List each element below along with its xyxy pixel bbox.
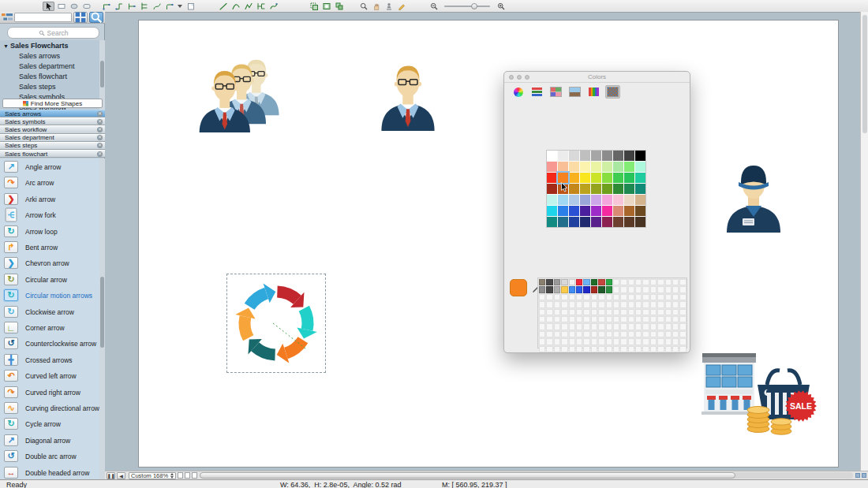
- color-well[interactable]: [606, 286, 612, 292]
- color-swatch[interactable]: [624, 184, 634, 194]
- color-well[interactable]: [569, 301, 575, 307]
- library-filter-input[interactable]: [14, 13, 72, 22]
- spline-tool-icon[interactable]: [268, 2, 279, 11]
- color-well[interactable]: [539, 301, 545, 307]
- color-well[interactable]: [598, 316, 604, 322]
- color-well[interactable]: [665, 309, 672, 315]
- color-swatch[interactable]: [613, 206, 623, 216]
- tree-item-sales-arrows[interactable]: Sales arrows: [0, 50, 99, 61]
- color-well[interactable]: [665, 338, 672, 345]
- color-swatch[interactable]: [591, 173, 601, 183]
- text-note-tool-icon[interactable]: [185, 2, 196, 11]
- color-wheel-icon-button[interactable]: [511, 85, 526, 99]
- crayons-icon-button[interactable]: [586, 85, 601, 99]
- color-well[interactable]: [613, 301, 619, 307]
- close-library-icon[interactable]: ✕: [97, 151, 103, 157]
- color-well[interactable]: [628, 323, 634, 330]
- color-well[interactable]: [591, 316, 597, 322]
- color-well[interactable]: [561, 338, 567, 345]
- color-well[interactable]: [657, 323, 664, 330]
- color-swatch[interactable]: [624, 151, 634, 161]
- color-well[interactable]: [657, 294, 664, 300]
- color-well[interactable]: [561, 316, 567, 322]
- color-swatch[interactable]: [547, 195, 557, 205]
- color-swatch[interactable]: [613, 162, 623, 172]
- shape-item-arrow-fork[interactable]: ΨArrow fork: [0, 208, 99, 224]
- tree-item-sales-steps[interactable]: Sales steps: [0, 81, 99, 91]
- color-well[interactable]: [606, 279, 612, 285]
- color-well[interactable]: [620, 338, 627, 345]
- search-input[interactable]: Search: [7, 27, 99, 39]
- color-swatch[interactable]: [602, 173, 612, 183]
- scroll-left-button[interactable]: ◀: [117, 472, 125, 479]
- current-color-swatch[interactable]: [510, 279, 527, 296]
- color-well[interactable]: [679, 309, 686, 315]
- color-well[interactable]: [613, 294, 619, 300]
- color-well[interactable]: [672, 309, 679, 315]
- curve-connector-tool-icon[interactable]: [151, 2, 163, 11]
- color-swatch[interactable]: [569, 151, 579, 161]
- color-well[interactable]: [628, 331, 634, 337]
- color-swatch[interactable]: [602, 217, 612, 227]
- color-well[interactable]: [583, 346, 589, 352]
- color-swatch[interactable]: [635, 184, 645, 194]
- color-well[interactable]: [591, 286, 597, 292]
- shape-item-curving-directional-arrow[interactable]: ∿Curving directional arrow: [0, 401, 99, 417]
- selection-box[interactable]: [226, 274, 326, 373]
- shape-item-diagonal-arrow[interactable]: ↗Diagonal arrow: [0, 434, 99, 449]
- tree-view-icon[interactable]: [2, 13, 13, 22]
- color-well[interactable]: [613, 346, 619, 352]
- color-well[interactable]: [672, 323, 679, 330]
- color-well[interactable]: [606, 301, 612, 307]
- color-well[interactable]: [628, 309, 634, 315]
- crop-tool-icon[interactable]: [320, 2, 332, 11]
- shape-item-arc-arrow[interactable]: ↷Arc arrow: [0, 176, 99, 192]
- color-swatch[interactable]: [558, 217, 568, 227]
- color-well[interactable]: [598, 338, 604, 345]
- color-well[interactable]: [539, 286, 545, 292]
- color-well[interactable]: [554, 301, 560, 307]
- color-swatch[interactable]: [591, 151, 601, 161]
- library-section-sales-steps[interactable]: Sales steps✕: [0, 142, 105, 150]
- color-well[interactable]: [642, 316, 649, 322]
- color-swatch[interactable]: [635, 206, 645, 216]
- zoom-slider[interactable]: [443, 2, 492, 11]
- color-well[interactable]: [554, 294, 560, 300]
- color-well[interactable]: [598, 286, 604, 292]
- color-well[interactable]: [561, 331, 567, 337]
- color-well[interactable]: [546, 286, 552, 292]
- page-indicator-box[interactable]: [178, 472, 183, 479]
- horizontal-scrollbar[interactable]: [200, 472, 853, 479]
- zoom-level-control[interactable]: Custom 168%: [129, 472, 176, 479]
- color-well[interactable]: [620, 331, 627, 337]
- color-well[interactable]: [591, 279, 597, 285]
- color-well[interactable]: [635, 286, 642, 292]
- color-swatch[interactable]: [547, 217, 557, 227]
- color-well[interactable]: [613, 309, 619, 315]
- color-well[interactable]: [546, 346, 552, 352]
- close-library-icon[interactable]: ✕: [97, 119, 103, 125]
- color-swatch[interactable]: [635, 151, 645, 161]
- color-well[interactable]: [576, 279, 582, 285]
- color-well[interactable]: [606, 331, 612, 337]
- color-well[interactable]: [546, 338, 552, 345]
- zoom-stepper[interactable]: [170, 473, 174, 479]
- colors-window-titlebar[interactable]: Colors: [504, 72, 690, 83]
- color-well[interactable]: [679, 286, 686, 292]
- close-library-icon[interactable]: ✕: [97, 135, 103, 140]
- horizontal-scrollbar-thumb[interactable]: [200, 472, 735, 479]
- arc-tool-icon[interactable]: [230, 2, 241, 11]
- color-well[interactable]: [598, 346, 604, 352]
- color-well[interactable]: [642, 294, 649, 300]
- color-swatch[interactable]: [624, 162, 634, 172]
- color-well[interactable]: [546, 294, 552, 300]
- color-well[interactable]: [679, 301, 686, 307]
- color-swatch[interactable]: [591, 217, 601, 227]
- color-well[interactable]: [583, 279, 589, 285]
- color-well[interactable]: [569, 309, 575, 315]
- color-swatch[interactable]: [580, 206, 590, 216]
- color-well[interactable]: [539, 279, 545, 285]
- color-well[interactable]: [554, 323, 560, 330]
- color-well[interactable]: [554, 309, 560, 315]
- color-well[interactable]: [657, 279, 664, 285]
